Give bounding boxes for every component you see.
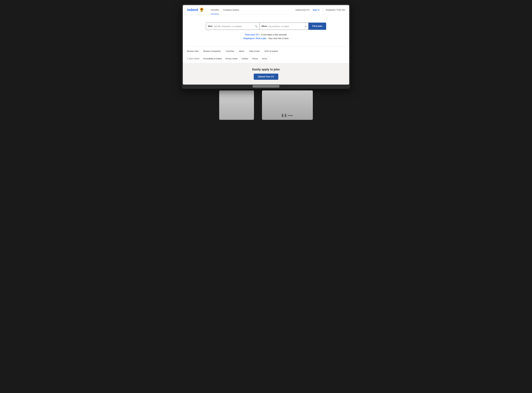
footer-esg[interactable]: ESG at Indeed bbox=[265, 50, 278, 52]
what-label: What bbox=[208, 25, 212, 27]
port-line bbox=[288, 115, 293, 116]
footer-privacy[interactable]: Privacy bbox=[252, 58, 258, 60]
sign-in-link[interactable]: Sign in bbox=[313, 9, 319, 11]
port-1 bbox=[282, 114, 283, 117]
main-content: What 🔍 Where ● Find jobs Post your CV – … bbox=[183, 15, 349, 47]
header: indeed 🌻 Find jobs Company reviews Submi… bbox=[183, 5, 349, 15]
upload-cta-section: Easily apply to jobs Upload Your CV bbox=[183, 63, 349, 84]
device-ports bbox=[282, 114, 293, 117]
find-jobs-button[interactable]: Find jobs bbox=[309, 23, 326, 30]
header-right: Submit your CV Sign in Employers / Post … bbox=[296, 8, 345, 11]
submit-cv-link[interactable]: Submit your CV bbox=[296, 9, 310, 11]
search-icon: 🔍 bbox=[255, 25, 258, 28]
post-cv-text: – It only takes a few seconds bbox=[259, 34, 287, 36]
employers-post-job-promo-link[interactable]: Employers: Post a job bbox=[244, 37, 266, 39]
post-cv-promo: Post your CV – It only takes a few secon… bbox=[187, 34, 345, 36]
upload-cta-title: Easily apply to jobs bbox=[187, 68, 345, 71]
where-label: Where bbox=[261, 25, 267, 27]
search-bar: What 🔍 Where ● Find jobs bbox=[206, 23, 326, 30]
employers-post-job-link[interactable]: Employers / Post Job bbox=[326, 9, 345, 11]
post-cv-link[interactable]: Post your CV bbox=[245, 34, 259, 36]
footer-browse-companies[interactable]: Browse Companies bbox=[203, 50, 221, 52]
stand-top bbox=[253, 85, 279, 88]
nav-find-jobs[interactable]: Find jobs bbox=[209, 8, 221, 12]
footer-about[interactable]: About bbox=[239, 50, 244, 52]
upload-cv-button[interactable]: Upload Your CV bbox=[254, 74, 278, 80]
what-input[interactable] bbox=[214, 25, 255, 27]
footer-terms[interactable]: Terms bbox=[262, 58, 267, 60]
monitor-stand bbox=[183, 84, 349, 88]
main-nav: Find jobs Company reviews bbox=[209, 8, 296, 12]
employers-post-job-promo: Employers: Post a job – Your next hire i… bbox=[187, 37, 345, 40]
footer-cookies[interactable]: Cookies bbox=[241, 58, 248, 60]
footer-countries[interactable]: Countries bbox=[226, 50, 234, 52]
bottom-hardware bbox=[216, 90, 316, 120]
device-wide bbox=[262, 90, 313, 120]
footer-browse-jobs[interactable]: Browse Jobs bbox=[187, 50, 199, 52]
footer-privacy-center[interactable]: Privacy Center bbox=[226, 58, 238, 60]
copyright: © 2022 Indeed bbox=[187, 58, 199, 60]
device-tall bbox=[219, 90, 254, 120]
sunflower-icon: 🌻 bbox=[199, 7, 204, 12]
indeed-logo[interactable]: indeed bbox=[187, 8, 198, 12]
location-icon: ● bbox=[305, 25, 307, 28]
nav-company-reviews[interactable]: Company reviews bbox=[221, 8, 241, 12]
port-2 bbox=[285, 114, 286, 117]
monitor-frame: indeed 🌻 Find jobs Company reviews Submi… bbox=[182, 4, 350, 89]
footer-top: Browse Jobs Browse Companies Countries A… bbox=[183, 47, 349, 55]
footer-accessibility[interactable]: Accessibility at Indeed bbox=[203, 58, 222, 60]
what-field: What 🔍 bbox=[206, 23, 260, 30]
logo-area: indeed 🌻 bbox=[187, 7, 204, 12]
where-input[interactable] bbox=[268, 25, 305, 27]
promo-links: Post your CV – It only takes a few secon… bbox=[187, 34, 345, 40]
employers-post-job-text: – Your next hire is here bbox=[266, 37, 288, 39]
footer-bottom: © 2022 Indeed Accessibility at Indeed Pr… bbox=[183, 55, 349, 63]
monitor-screen: indeed 🌻 Find jobs Company reviews Submi… bbox=[183, 5, 349, 84]
footer-help-center[interactable]: Help Center bbox=[249, 50, 260, 52]
where-field: Where ● bbox=[260, 23, 309, 30]
